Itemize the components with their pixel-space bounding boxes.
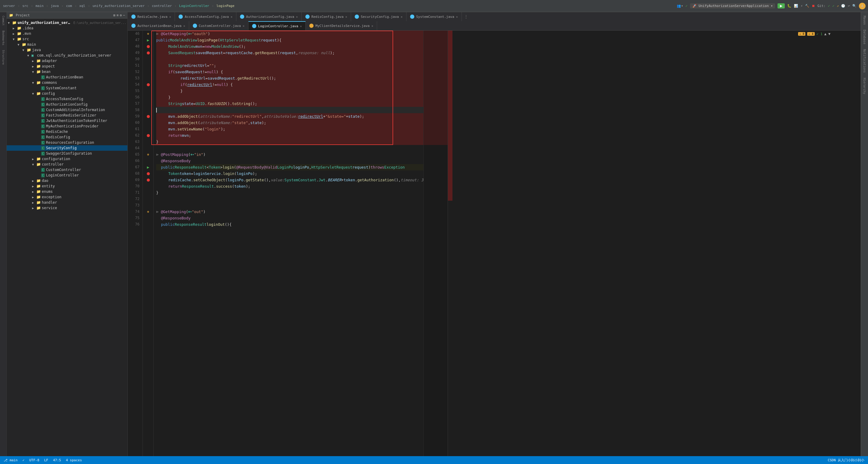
tree-item-authconfig[interactable]: ▶ C AuthorizationConfig: [7, 102, 127, 107]
sidebar-settings-icon[interactable]: ⚙: [120, 13, 122, 17]
tree-item-package[interactable]: ▼ ▣ com.xql.unify_authorization_server: [7, 53, 127, 58]
sidebar-layout-icon[interactable]: ⊞: [114, 13, 116, 17]
gutter-fold-65[interactable]: ⊛: [143, 151, 153, 158]
app-selector[interactable]: 🚀 UnifyAuthorizationServerApplication ▾: [690, 3, 775, 8]
tab-authconfig[interactable]: AuthorizationConfig.java ✕: [236, 12, 302, 21]
bc-method[interactable]: loginPage: [216, 4, 235, 8]
bc-controller[interactable]: controller: [152, 4, 172, 8]
vcs-branch[interactable]: ⎇ main: [4, 458, 18, 462]
tree-item-resourcesconfig[interactable]: ▶ C ResourcesConfiguration: [7, 140, 127, 145]
gutter-fold-46[interactable]: ⊛: [143, 31, 153, 37]
tree-item-src[interactable]: ▼ 📁 src: [7, 36, 127, 42]
tree-item-adapter[interactable]: ▶ 📁 adapter: [7, 58, 127, 64]
database-tab[interactable]: Database: [862, 28, 867, 45]
tree-item-rediscache[interactable]: ▶ C RedisCache: [7, 129, 127, 134]
build-button[interactable]: 🔨: [805, 4, 809, 8]
tree-item-controller[interactable]: ▼ 📁 controller: [7, 162, 127, 167]
tab-sysconstant[interactable]: SystemConstant.java ✕: [406, 12, 462, 21]
code-lines[interactable]: ⊳ @GetMapping(⊛▾"oauth") public ModelAnd…: [154, 31, 424, 456]
run-button[interactable]: ▶: [777, 3, 785, 8]
tree-item-main[interactable]: ▼ 📁 main: [7, 42, 127, 47]
tree-root[interactable]: ▼ 📁 unify_authorization_server E:\unify_…: [7, 20, 127, 25]
tree-item-fastjson[interactable]: ▶ C FastJsonRedisSerializer: [7, 113, 127, 118]
tab-accesstoken[interactable]: AccessTokenConfig.java ✕: [175, 12, 236, 21]
more-tabs-button[interactable]: ⋮: [462, 14, 470, 19]
scroll-up-button[interactable]: ▲: [825, 32, 827, 36]
vcs-icon[interactable]: ✓: [685, 4, 688, 8]
tab-securityconfig[interactable]: SecurityConfig.java ✕: [351, 12, 406, 21]
tab-rediscache[interactable]: RedisCache.java ✕: [128, 12, 175, 21]
maven-tab[interactable]: Maven: [862, 14, 867, 26]
bc-server[interactable]: server: [3, 4, 15, 8]
hierarchy-tab[interactable]: Hierarchy: [862, 76, 867, 95]
structure-tab[interactable]: Structure: [1, 49, 5, 66]
bc-com[interactable]: com: [66, 4, 72, 8]
tab-customctrl[interactable]: CustomController.java ✕: [189, 21, 248, 30]
tab-redisconfig[interactable]: RedisConfig.java ✕: [302, 12, 351, 21]
tree-item-loginctrl[interactable]: ▶ C LoginController: [7, 173, 127, 178]
scroll-down-button[interactable]: ▼: [828, 32, 831, 36]
tree-item-redisconfig[interactable]: ▶ C RedisConfig: [7, 134, 127, 140]
gutter-bp-54[interactable]: [143, 82, 153, 88]
notifications-tab[interactable]: Notifications: [862, 48, 867, 74]
profiler-button[interactable]: ⚡: [801, 4, 803, 8]
tab-myclient[interactable]: MyClientDetailsService.java ✕: [306, 21, 377, 30]
bc-class[interactable]: LoginController: [179, 4, 209, 8]
stop-button[interactable]: ⏹: [812, 4, 815, 8]
sidebar-minimize-icon[interactable]: −: [123, 13, 125, 17]
tree-item-dao[interactable]: ▶ 📁 dao: [7, 178, 127, 183]
gutter-bp-49[interactable]: [143, 50, 153, 56]
gutter-run-47[interactable]: ▶: [143, 37, 153, 43]
tree-item-sysconstant[interactable]: ▶ C SystemConstant: [7, 85, 127, 91]
tree-item-bean[interactable]: ▼ 📁 bean: [7, 69, 127, 74]
tree-item-commons[interactable]: ▼ 📁 commons: [7, 80, 127, 85]
tree-item-java[interactable]: ▼ 📁 java: [7, 47, 127, 53]
undo-icon[interactable]: ↩: [848, 4, 850, 8]
scroll-panel[interactable]: [447, 31, 453, 456]
gutter-bp-68[interactable]: [143, 171, 153, 177]
tree-item-service[interactable]: ▶ 📁 service: [7, 205, 127, 211]
tree-item-entity[interactable]: ▶ 📁 entity: [7, 183, 127, 189]
tree-item-myauthprovider[interactable]: ▶ C MyAuthenticationProvider: [7, 123, 127, 129]
indent[interactable]: 4 spaces: [66, 458, 82, 462]
tree-item-authbean[interactable]: ▶ C AuthorizationBean: [7, 74, 127, 80]
tree-item-customadditional[interactable]: ▶ C CustomAdditionalInformation: [7, 107, 127, 113]
tree-item-handler[interactable]: ▶ 📁 handler: [7, 200, 127, 205]
tab-authbean[interactable]: AuthorizationBean.java ✕: [128, 21, 189, 30]
users-icon[interactable]: 👥▾: [677, 4, 683, 8]
tree-item-aspect[interactable]: ▶ 📁 aspect: [7, 64, 127, 69]
gutter-bp-59[interactable]: [143, 113, 153, 120]
tree-item-jwtfilter[interactable]: ▶ C JwtAuthenticationTokenFilter: [7, 118, 127, 123]
tree-item-swagger2[interactable]: ▶ C Swagger2Configuration: [7, 151, 127, 156]
sidebar-collapse-icon[interactable]: ≡: [117, 13, 119, 17]
gutter-bp-69[interactable]: [143, 177, 153, 183]
tree-item-accesstoken[interactable]: ▶ C AccessTokenConfig: [7, 96, 127, 102]
tree-item-securityconfig[interactable]: ▶ C SecurityConfig: [7, 145, 127, 151]
gutter-run-67[interactable]: ▶: [143, 164, 153, 171]
bc-src[interactable]: src: [22, 4, 28, 8]
line-separator[interactable]: LF: [44, 458, 48, 462]
clock-icon[interactable]: 🕐: [841, 4, 845, 8]
position[interactable]: 47:5: [53, 458, 61, 462]
bc-java[interactable]: java: [51, 4, 59, 8]
tree-item-customctrl[interactable]: ▶ C CustomController: [7, 167, 127, 173]
tree-item-exception[interactable]: ▶ 📁 exception: [7, 194, 127, 200]
coverage-button[interactable]: 📊: [794, 4, 798, 8]
gutter-bp-62[interactable]: [143, 132, 153, 138]
tree-item-mvn[interactable]: ▶ 📁 .mvn: [7, 31, 127, 36]
debug-button[interactable]: 🐛: [787, 4, 792, 8]
tree-item-enums[interactable]: ▶ 📁 enums: [7, 189, 127, 194]
encoding[interactable]: UTF-8: [29, 458, 39, 462]
gutter-fold-74[interactable]: ⊛: [143, 209, 153, 215]
search-icon[interactable]: 🔍: [852, 4, 857, 8]
tree-item-config[interactable]: ▼ 📁 config: [7, 91, 127, 96]
bc-package[interactable]: unify_authorization_server: [93, 4, 145, 8]
tree-item-idea[interactable]: ▶ 📁 .idea: [7, 25, 127, 31]
bc-xql[interactable]: xql: [79, 4, 85, 8]
code-container[interactable]: ⚠ 8 ⚠ 4 ✓ 1 ▲ ▼ 46 47 48 49 50 51 52 53 …: [128, 31, 861, 456]
bc-main[interactable]: main: [35, 4, 43, 8]
commit-tab[interactable]: Commit: [1, 14, 5, 27]
tab-loginctrl[interactable]: LoginController.java ✕: [248, 21, 306, 30]
avatar[interactable]: A: [859, 3, 866, 9]
tree-item-configuration[interactable]: ▶ 📁 configuration: [7, 156, 127, 162]
